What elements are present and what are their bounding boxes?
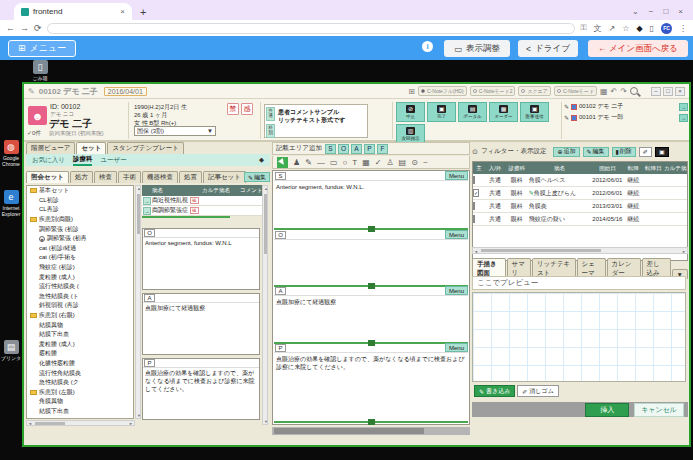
view-mode-radio[interactable]: C-Noteモード bbox=[554, 86, 597, 96]
set-tab-手術[interactable]: 手術 bbox=[118, 171, 141, 183]
section-menu-button[interactable]: Menu bbox=[445, 343, 468, 352]
drive-button[interactable]: < ドライブ bbox=[518, 40, 578, 57]
add-A-button[interactable]: A bbox=[351, 144, 362, 154]
add-F-button[interactable]: F bbox=[377, 144, 388, 154]
diagnosis-table-row[interactable]: 共通眼科角膜炎2013/03/01継続 bbox=[473, 200, 687, 213]
tree-item[interactable]: 疾患別(両眼) bbox=[27, 215, 133, 225]
image-icon[interactable]: ▦ bbox=[362, 158, 370, 167]
tab-階層ビューア[interactable]: 階層ビューア bbox=[26, 142, 75, 154]
action-stop-icon[interactable]: ⊘中止 bbox=[396, 102, 425, 122]
tree-item[interactable]: 麦粒腫 (成人) bbox=[27, 340, 133, 350]
tree-hscrollbar[interactable]: ◄ ► bbox=[26, 420, 135, 426]
pen-icon[interactable]: ✎ bbox=[305, 158, 312, 167]
layout-icon[interactable]: ▦ bbox=[600, 87, 608, 96]
insurance-select[interactable]: 国保 (3割) ▼ bbox=[134, 126, 216, 136]
edit-pencil-icon[interactable]: ✎ bbox=[564, 114, 569, 121]
set-tab-記事セット[interactable]: 記事セット bbox=[203, 171, 246, 183]
table-hscrollbar[interactable]: ◄ ► bbox=[472, 247, 688, 254]
tree-item[interactable]: 疾患別 (左眼) bbox=[27, 387, 133, 397]
minimize-icon[interactable]: − bbox=[651, 87, 661, 96]
stamp-icon[interactable]: ♟ bbox=[293, 158, 300, 167]
add-S-button[interactable]: S bbox=[325, 144, 336, 154]
tree-item[interactable]: 飛蚊症 (初診) bbox=[27, 263, 133, 273]
edit-button[interactable]: ✎編集 bbox=[583, 147, 609, 157]
tab-スタンプテンプレート[interactable]: スタンプテンプレート bbox=[107, 142, 183, 154]
tab-セット[interactable]: セット bbox=[76, 142, 106, 154]
profile-avatar[interactable]: FC bbox=[661, 23, 672, 34]
subtab-お気に入り[interactable]: お気に入り bbox=[32, 156, 65, 165]
split-screen-icon[interactable]: ▯ bbox=[650, 24, 654, 33]
section-menu-button[interactable]: Menu bbox=[445, 286, 468, 295]
browser-control-2[interactable]: □ bbox=[663, 7, 668, 16]
action-send-icon[interactable]: ▣医事送信 bbox=[520, 102, 549, 122]
browser-control-0[interactable]: ⌄ bbox=[632, 7, 639, 16]
pin-icon[interactable]: ◆ bbox=[259, 156, 264, 164]
table-icon[interactable]: ▤ bbox=[399, 158, 407, 167]
tree-item[interactable]: 結膜下出血 bbox=[27, 330, 133, 340]
tree-item[interactable]: 基本セット bbox=[27, 186, 133, 196]
extension-icon[interactable]: ◆ bbox=[636, 24, 642, 33]
set-tab-処方[interactable]: 処方 bbox=[70, 171, 93, 183]
share-icon[interactable]: ↗ bbox=[609, 24, 616, 33]
open-arrow-icon[interactable]: → bbox=[679, 103, 688, 111]
diagnosis-table-row[interactable]: ✓共通眼科✎角膜上皮びらん2012/06/01継続 bbox=[473, 187, 687, 200]
desktop-icon-recycle-bin[interactable]: ▯ ごみ箱 bbox=[23, 60, 57, 81]
record-icon[interactable]: ⊙ bbox=[411, 158, 418, 167]
view-mode-radio[interactable]: スクエア bbox=[518, 86, 550, 96]
soap-section-text[interactable]: 点眼治療の効果を確認しますので、薬がなくなる頃までに検査および診察に来院してくだ… bbox=[274, 353, 468, 373]
soap-section-text[interactable]: 点眼加療にて経過観察 bbox=[274, 296, 468, 308]
set-tab-処置[interactable]: 処置 bbox=[179, 171, 202, 183]
splitter-handle-icon[interactable] bbox=[368, 419, 375, 425]
subtab-ユーザー[interactable]: ユーザー bbox=[100, 156, 126, 165]
section-splitter[interactable] bbox=[274, 421, 468, 423]
key-icon[interactable]: ⚿ bbox=[580, 23, 586, 33]
reload-icon[interactable]: ⟳ bbox=[34, 23, 42, 33]
ellipse-icon[interactable]: ○ bbox=[342, 158, 347, 167]
tree-item[interactable]: 結膜下出血 bbox=[27, 407, 133, 417]
forward-icon[interactable]: → bbox=[20, 23, 29, 33]
more-menu-icon[interactable]: ⋮ bbox=[679, 24, 687, 33]
patient-list-row[interactable]: ✎00102 デモ 二子→ bbox=[564, 101, 688, 112]
date-chip[interactable]: 2016/04/01 bbox=[104, 87, 147, 96]
edit-set-button[interactable]: ✎ 編集 bbox=[244, 172, 270, 182]
patient-comment-box[interactable]: 共通 患者コメントサンプル リッチテキスト形式です 科別 bbox=[264, 104, 368, 138]
address-bar[interactable] bbox=[47, 23, 576, 34]
tree-item[interactable]: CL初診 bbox=[27, 196, 133, 206]
edit-pencil-icon[interactable]: ✎ bbox=[28, 87, 35, 96]
bookmark-star-icon[interactable]: ☆ bbox=[622, 24, 629, 33]
close-icon[interactable]: × bbox=[675, 87, 685, 96]
tree-item[interactable]: 調節緊張 (初診 bbox=[27, 224, 133, 234]
tree-item[interactable]: 流行性結膜炎 ( bbox=[27, 282, 133, 292]
main-checkbox[interactable] bbox=[473, 202, 475, 210]
leftpreview-vscrollbar[interactable]: ▲ ▼ bbox=[262, 185, 268, 425]
cursor-icon[interactable] bbox=[277, 157, 288, 168]
main-checkbox[interactable] bbox=[473, 215, 475, 223]
check-icon[interactable]: ✓ bbox=[375, 158, 382, 167]
browser-tab[interactable]: frontend × bbox=[14, 3, 132, 20]
browser-control-3[interactable]: × bbox=[678, 7, 683, 16]
new-tab-button[interactable]: + bbox=[140, 6, 146, 20]
tree-item[interactable]: 角膜異物 bbox=[27, 397, 133, 407]
brush-icon[interactable]: ✐ bbox=[639, 147, 652, 157]
view-mode-radio[interactable]: C-Noteモード2 bbox=[470, 86, 516, 96]
action-next-instruction-icon[interactable]: ▥次回指示 bbox=[396, 124, 425, 144]
action-save-icon[interactable]: ▣完了 bbox=[427, 102, 456, 122]
tree-item[interactable]: 化膿性霰粒腫 bbox=[27, 359, 133, 369]
soap-section-text[interactable] bbox=[274, 240, 468, 244]
freehand-icon[interactable]: ~ bbox=[423, 158, 428, 167]
line-icon[interactable]: — bbox=[317, 158, 325, 167]
text-icon[interactable]: T bbox=[352, 158, 357, 167]
cancel-button[interactable]: キャンセル bbox=[634, 403, 684, 417]
apply-arrow-icon[interactable]: → bbox=[143, 197, 151, 205]
back-icon[interactable]: ← bbox=[6, 23, 15, 33]
app-window-controls[interactable]: −□× bbox=[651, 87, 685, 96]
apply-arrow-icon[interactable]: → bbox=[143, 207, 151, 215]
tree-vscrollbar[interactable]: ▲ ▼ bbox=[135, 185, 141, 419]
maximize-icon[interactable]: □ bbox=[663, 87, 673, 96]
tree-item[interactable]: ◉調節緊張 (初再 bbox=[27, 234, 133, 244]
section-menu-button[interactable]: Menu bbox=[445, 230, 468, 239]
tree-item[interactable]: 疾患別 (右眼) bbox=[27, 311, 133, 321]
handdraw-canvas[interactable] bbox=[472, 292, 686, 382]
insert-button[interactable]: 挿入 bbox=[585, 403, 629, 417]
zoom-icon[interactable] bbox=[630, 87, 638, 95]
